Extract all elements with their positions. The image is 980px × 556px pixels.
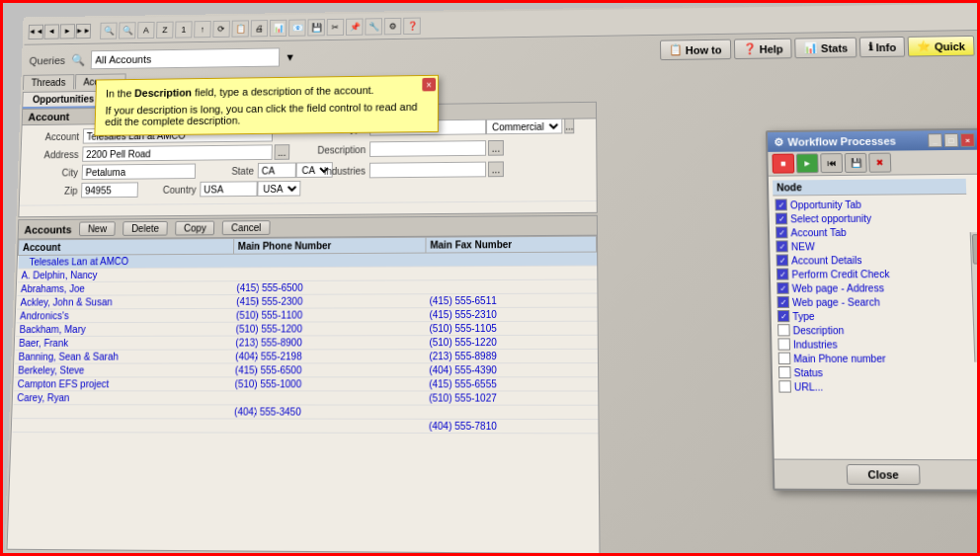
- tooltip-close-button[interactable]: ×: [422, 78, 436, 92]
- table-row[interactable]: Banning, Sean & Sarah(404) 555-2198(213)…: [15, 349, 598, 363]
- table-row[interactable]: Carey, Ryan(510) 555-1027: [13, 391, 598, 405]
- workflow-save-button[interactable]: 💾: [845, 153, 867, 173]
- toolbar-icon-1[interactable]: 🔍: [100, 22, 118, 39]
- workflow-item[interactable]: ✓Account Details: [775, 252, 969, 267]
- workflow-checkbox[interactable]: [777, 338, 790, 350]
- workflow-scroll-thumb[interactable]: [971, 234, 980, 264]
- toolbar-icon-13[interactable]: ✂: [327, 18, 345, 35]
- queries-input[interactable]: [90, 47, 280, 69]
- workflow-item[interactable]: Main Phone number: [776, 351, 973, 365]
- workflow-checkbox[interactable]: [777, 324, 790, 336]
- workflow-rewind-button[interactable]: ⏮: [820, 153, 843, 173]
- workflow-checkbox[interactable]: ✓: [777, 310, 790, 322]
- toolbar-icon-9[interactable]: 🖨: [251, 20, 269, 37]
- country-select[interactable]: USA: [257, 181, 300, 197]
- workflow-item[interactable]: ✓Web page - Search: [775, 294, 970, 309]
- account-cell[interactable]: Berkeley, Steve: [14, 363, 231, 377]
- toolbar-icon-6[interactable]: ↑: [194, 21, 211, 38]
- workflow-checkbox[interactable]: ✓: [776, 269, 789, 280]
- delete-button[interactable]: Delete: [122, 221, 168, 236]
- workflow-close-x-button[interactable]: ×: [960, 133, 975, 147]
- tab-threads[interactable]: Threads: [23, 74, 74, 90]
- toolbar-icon-4[interactable]: Z: [156, 21, 174, 38]
- account-cell[interactable]: Andronics's: [16, 308, 232, 322]
- state-input[interactable]: [258, 163, 296, 179]
- account-cell[interactable]: Telesales Lan at AMCO: [18, 254, 233, 269]
- workflow-close-button[interactable]: Close: [846, 464, 921, 485]
- address-input[interactable]: [82, 144, 273, 161]
- workflow-checkbox[interactable]: [778, 380, 791, 392]
- workflow-stop-button[interactable]: ■: [772, 154, 794, 174]
- workflow-item[interactable]: ✓Opportunity Tab: [773, 197, 966, 212]
- account-cell[interactable]: Backham, Mary: [16, 322, 232, 336]
- workflow-maximize-button[interactable]: □: [944, 133, 959, 147]
- queries-dropdown-icon[interactable]: ▼: [285, 51, 295, 63]
- description-input[interactable]: [369, 140, 486, 157]
- account-cell[interactable]: Baer, Frank: [15, 336, 232, 350]
- workflow-checkbox[interactable]: [778, 366, 791, 378]
- address-ellipsis[interactable]: ...: [275, 144, 290, 160]
- toolbar-icon-12[interactable]: 💾: [307, 19, 325, 36]
- industries-input[interactable]: [369, 162, 486, 179]
- nav-next[interactable]: ►: [60, 24, 76, 39]
- workflow-item[interactable]: ✓Web page - Address: [775, 280, 970, 295]
- toolbar-icon-3[interactable]: A: [137, 21, 155, 38]
- account-cell[interactable]: Abrahams, Joe: [17, 281, 233, 296]
- workflow-item[interactable]: ✓Type: [776, 308, 971, 323]
- country-input[interactable]: [200, 181, 257, 197]
- nav-first[interactable]: ◄◄: [29, 24, 44, 39]
- workflow-checkbox[interactable]: ✓: [776, 212, 787, 224]
- help-button[interactable]: ❓ Help: [733, 39, 792, 59]
- info-button[interactable]: ℹ Info: [859, 37, 905, 57]
- workflow-checkbox[interactable]: ✓: [776, 254, 789, 266]
- account-cell[interactable]: A. Delphin, Nancy: [18, 268, 234, 282]
- toolbar-icon-5[interactable]: 1: [175, 21, 193, 38]
- copy-button[interactable]: Copy: [175, 221, 214, 236]
- toolbar-icon-2[interactable]: 🔍: [119, 22, 136, 39]
- toolbar-icon-7[interactable]: ⟳: [212, 20, 230, 37]
- type-select[interactable]: Commercial: [486, 119, 562, 134]
- account-cell[interactable]: [12, 419, 230, 433]
- account-cell[interactable]: Carey, Ryan: [13, 391, 230, 405]
- zip-input[interactable]: [81, 182, 138, 198]
- workflow-checkbox[interactable]: ✓: [776, 282, 789, 294]
- workflow-minimize-button[interactable]: _: [928, 133, 942, 147]
- workflow-item[interactable]: ✓Perform Credit Check: [775, 267, 969, 281]
- tab-opportunities[interactable]: Opportunities: [22, 91, 105, 109]
- toolbar-icon-11[interactable]: 📧: [288, 19, 306, 36]
- workflow-play-button[interactable]: ►: [796, 153, 819, 173]
- table-row[interactable]: Campton EFS project(510) 555-1000(415) 5…: [14, 377, 598, 391]
- accounts-scroll-area[interactable]: Account Main Phone Number Main Fax Numbe…: [8, 236, 600, 549]
- table-row[interactable]: (404) 555-7810: [12, 419, 598, 434]
- table-row[interactable]: Backham, Mary(510) 555-1200(510) 555-110…: [16, 321, 598, 336]
- workflow-checkbox[interactable]: ✓: [776, 226, 788, 238]
- new-button[interactable]: New: [79, 221, 116, 236]
- toolbar-icon-16[interactable]: ⚙: [384, 17, 402, 34]
- toolbar-icon-14[interactable]: 📌: [346, 18, 364, 35]
- toolbar-icon-15[interactable]: 🔧: [365, 18, 382, 35]
- table-row[interactable]: Berkeley, Steve(415) 555-6500(404) 555-4…: [14, 363, 597, 377]
- workflow-delete-button[interactable]: ✖: [868, 153, 891, 173]
- workflow-checkbox[interactable]: ✓: [776, 240, 788, 252]
- workflow-checkbox[interactable]: ✓: [775, 199, 786, 210]
- workflow-item[interactable]: Industries: [776, 337, 972, 352]
- account-cell[interactable]: Banning, Sean & Sarah: [15, 350, 232, 363]
- toolbar-icon-8[interactable]: 📋: [231, 20, 249, 37]
- quick-button[interactable]: ⭐ Quick: [908, 36, 975, 57]
- workflow-item[interactable]: ✓NEW: [774, 238, 968, 253]
- industries-ellipsis[interactable]: ...: [488, 161, 504, 177]
- workflow-checkbox[interactable]: ✓: [777, 296, 790, 308]
- toolbar-icon-10[interactable]: 📊: [270, 19, 287, 36]
- nav-prev[interactable]: ◄: [44, 24, 60, 39]
- nav-last[interactable]: ►►: [76, 23, 92, 38]
- cancel-button[interactable]: Cancel: [222, 220, 270, 235]
- stats-button[interactable]: 📊 Stats: [795, 38, 858, 58]
- workflow-checkbox[interactable]: [778, 353, 791, 364]
- workflow-item[interactable]: URL...: [776, 379, 973, 393]
- howto-button[interactable]: 📋 How to: [660, 40, 731, 60]
- workflow-item[interactable]: ✓Select opportunity: [774, 210, 968, 225]
- description-ellipsis[interactable]: ...: [488, 140, 504, 156]
- table-row[interactable]: (404) 555-3450: [13, 405, 598, 420]
- workflow-item[interactable]: Status: [776, 365, 973, 379]
- type-ellipsis[interactable]: ...: [564, 119, 574, 134]
